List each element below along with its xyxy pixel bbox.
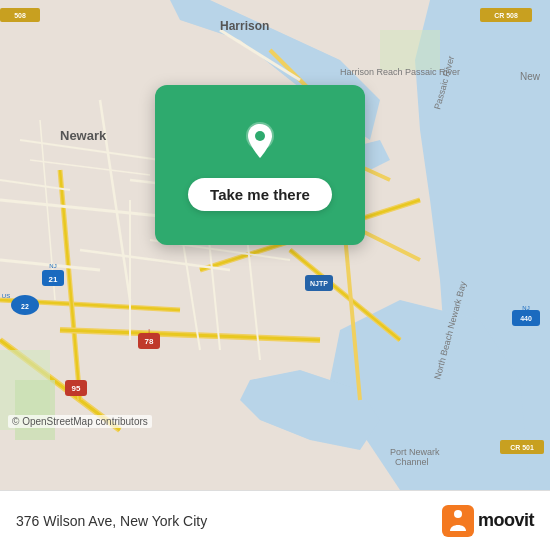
svg-text:CR 501: CR 501 [510, 444, 534, 451]
svg-text:Port Newark: Port Newark [390, 447, 440, 457]
location-pin-icon [238, 120, 282, 164]
svg-text:NJTP: NJTP [310, 280, 328, 287]
address-label: 376 Wilson Ave, New York City [16, 513, 207, 529]
svg-rect-72 [442, 505, 474, 537]
svg-text:Channel: Channel [395, 457, 429, 467]
svg-text:508: 508 [14, 12, 26, 19]
moovit-icon [442, 505, 474, 537]
svg-text:US: US [2, 293, 10, 299]
svg-text:78: 78 [145, 337, 154, 346]
svg-point-73 [454, 510, 462, 518]
osm-credit: © OpenStreetMap contributors [8, 415, 152, 428]
svg-text:22: 22 [21, 303, 29, 310]
svg-text:440: 440 [520, 315, 532, 322]
take-me-there-button[interactable]: Take me there [188, 178, 332, 211]
svg-text:NJ: NJ [522, 305, 529, 311]
svg-rect-39 [380, 30, 440, 70]
svg-text:New: New [520, 71, 541, 82]
svg-text:Newark: Newark [60, 128, 107, 143]
moovit-text: moovit [478, 510, 534, 531]
svg-text:21: 21 [49, 275, 58, 284]
svg-point-71 [255, 131, 265, 141]
svg-text:CR 508: CR 508 [494, 12, 518, 19]
map-container: 21 NJ 22 US 78 I 95 NJTP 440 NJ CR 508 5… [0, 0, 550, 490]
svg-rect-38 [15, 380, 55, 440]
svg-text:NJ: NJ [49, 263, 56, 269]
moovit-logo: moovit [442, 505, 534, 537]
svg-text:95: 95 [72, 384, 81, 393]
svg-text:Harrison: Harrison [220, 19, 269, 33]
bottom-bar: 376 Wilson Ave, New York City moovit [0, 490, 550, 550]
navigation-card: Take me there [155, 85, 365, 245]
